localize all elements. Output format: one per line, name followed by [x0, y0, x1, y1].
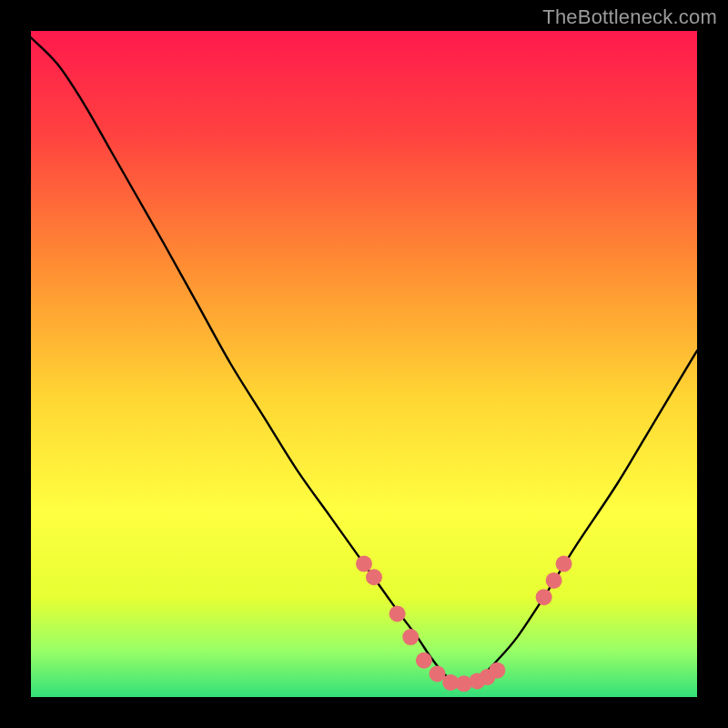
highlight-point — [556, 556, 572, 572]
chart-frame: TheBottleneck.com — [0, 0, 728, 728]
bottleneck-chart — [31, 31, 697, 697]
highlight-point — [366, 569, 382, 585]
highlight-point — [389, 606, 406, 622]
highlight-point — [402, 629, 419, 645]
highlight-point — [356, 556, 372, 572]
gradient-background — [31, 31, 697, 697]
highlight-point — [416, 652, 432, 669]
highlight-point — [546, 572, 562, 589]
plot-area — [31, 31, 697, 697]
attribution-text: TheBottleneck.com — [542, 5, 717, 29]
highlight-point — [489, 662, 505, 679]
highlight-point — [536, 589, 552, 605]
